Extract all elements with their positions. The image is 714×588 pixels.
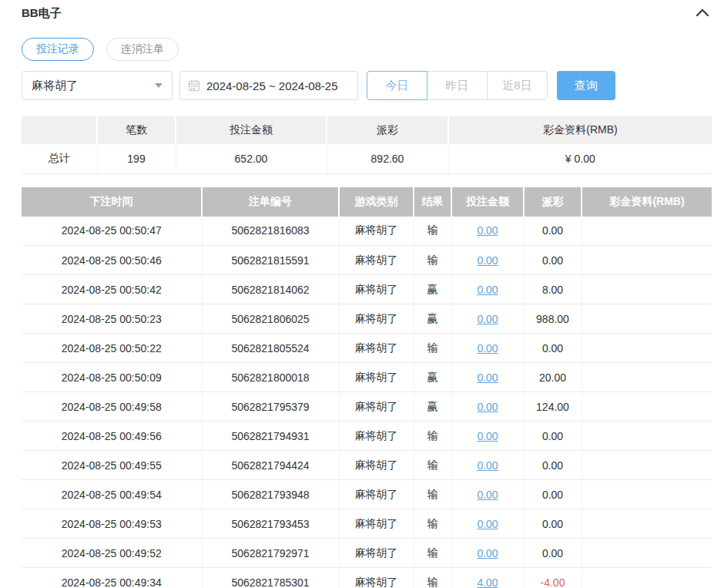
- quick-button-today[interactable]: 今日: [367, 71, 427, 100]
- summary-total-bet: 652.00: [176, 144, 327, 173]
- date-range-value: 2024-08-25 ~ 2024-08-25: [206, 79, 338, 92]
- cell-bet-time: 2024-08-25 00:49:58: [22, 392, 202, 422]
- cell-bonus: [582, 334, 712, 363]
- cell-order-number: 5062821793453: [202, 509, 339, 539]
- cell-result: 赢: [414, 363, 451, 392]
- cell-bonus: [582, 539, 712, 568]
- cell-bet-time: 2024-08-25 00:50:42: [22, 275, 202, 304]
- bet-amount-link[interactable]: 0.00: [477, 342, 498, 354]
- chevron-up-icon: [696, 8, 709, 19]
- date-range-input[interactable]: 2024-08-25 ~ 2024-08-25: [179, 71, 358, 100]
- cell-bet-time: 2024-08-25 00:49:55: [22, 451, 202, 480]
- cell-game-type: 麻将胡了: [339, 509, 414, 539]
- cell-result: 输: [414, 246, 451, 275]
- col-bet-amount: 投注金额: [451, 187, 524, 217]
- cell-order-number: 5062821800018: [202, 363, 339, 392]
- bet-amount-link[interactable]: 0.00: [477, 459, 498, 472]
- tab-bet-records[interactable]: 投注记录: [22, 38, 94, 61]
- cell-order-number: 5062821815591: [202, 246, 339, 275]
- cell-result: 输: [414, 539, 451, 568]
- cell-game-type: 麻将胡了: [339, 451, 414, 480]
- cell-bet-amount: 0.00: [451, 422, 524, 451]
- cell-bet-time: 2024-08-25 00:49:53: [22, 509, 202, 539]
- bet-amount-link[interactable]: 0.00: [477, 313, 498, 325]
- cell-payout: -4.00: [524, 568, 582, 588]
- table-row: 2024-08-25 00:50:47 5062821816083 麻将胡了 输…: [22, 217, 712, 246]
- table-row: 2024-08-25 00:49:52 5062821792971 麻将胡了 输…: [22, 539, 712, 568]
- col-bet-time: 下注时间: [22, 187, 202, 217]
- filter-bar: 麻将胡了 2024-08-25 ~ 2024-08-25 今日 昨日 近8日 查…: [22, 71, 712, 100]
- cell-bet-amount: 0.00: [451, 217, 524, 246]
- query-button[interactable]: 查询: [557, 71, 615, 100]
- cell-payout: 0.00: [524, 509, 582, 539]
- panel-header: BB电子: [22, 3, 712, 23]
- cell-order-number: 5062821816083: [202, 217, 339, 246]
- cell-result: 输: [414, 451, 451, 480]
- summary-col-blank: [22, 116, 97, 144]
- table-row: 2024-08-25 00:50:09 5062821800018 麻将胡了 赢…: [22, 363, 712, 392]
- cell-bonus: [582, 217, 712, 246]
- bet-amount-link[interactable]: 0.00: [477, 430, 498, 442]
- cell-bet-amount: 0.00: [451, 334, 524, 363]
- cell-payout: 0.00: [524, 217, 582, 246]
- bet-amount-link[interactable]: 0.00: [477, 224, 498, 237]
- table-row: 2024-08-25 00:50:22 5062821805524 麻将胡了 输…: [22, 334, 712, 363]
- bet-amount-link[interactable]: 0.00: [477, 254, 498, 267]
- summary-table: 笔数 投注金额 派彩 彩金资料(RMB) 总计 199 652.00 892.6…: [22, 116, 712, 174]
- bet-amount-link[interactable]: 0.00: [477, 371, 498, 384]
- summary-total-label: 总计: [22, 144, 97, 173]
- cell-payout: 124.00: [524, 392, 582, 422]
- game-type-select[interactable]: 麻将胡了: [22, 71, 173, 100]
- cell-game-type: 麻将胡了: [339, 568, 414, 588]
- cell-game-type: 麻将胡了: [339, 539, 414, 568]
- col-game-type: 游戏类别: [339, 187, 414, 217]
- summary-col-payout: 派彩: [327, 116, 448, 144]
- table-row: 2024-08-25 00:49:34 5062821785301 麻将胡了 输…: [22, 568, 712, 588]
- cell-order-number: 5062821794931: [202, 422, 339, 451]
- cell-result: 赢: [414, 304, 451, 334]
- cell-order-number: 5062821793948: [202, 480, 339, 509]
- cell-game-type: 麻将胡了: [339, 363, 414, 392]
- bet-table-body: 2024-08-25 00:50:47 5062821816083 麻将胡了 输…: [22, 217, 712, 588]
- page-title: BB电子: [22, 6, 62, 21]
- cell-game-type: 麻将胡了: [339, 304, 414, 334]
- cell-game-type: 麻将胡了: [339, 275, 414, 304]
- bet-amount-link[interactable]: 0.00: [477, 518, 498, 530]
- summary-header-row: 笔数 投注金额 派彩 彩金资料(RMB): [22, 116, 712, 144]
- quick-button-yesterday[interactable]: 昨日: [427, 71, 488, 100]
- cell-bet-time: 2024-08-25 00:50:47: [22, 217, 202, 246]
- cell-payout: 8.00: [524, 275, 582, 304]
- bet-amount-link[interactable]: 0.00: [477, 401, 498, 413]
- bet-amount-link[interactable]: 0.00: [477, 489, 498, 501]
- cell-bet-amount: 0.00: [451, 275, 524, 304]
- cell-bonus: [582, 392, 712, 422]
- collapse-button[interactable]: [693, 4, 712, 22]
- cell-result: 输: [414, 217, 451, 246]
- bet-amount-link[interactable]: 0.00: [477, 547, 498, 559]
- cell-bet-amount: 0.00: [451, 363, 524, 392]
- cell-payout: 20.00: [524, 363, 582, 392]
- summary-col-count: 笔数: [97, 116, 176, 144]
- summary-total-count: 199: [97, 144, 176, 173]
- cell-bet-time: 2024-08-25 00:50:09: [22, 363, 202, 392]
- cell-bonus: [582, 509, 712, 539]
- cell-order-number: 5062821795379: [202, 392, 339, 422]
- tab-cancelled-orders[interactable]: 连消注单: [106, 38, 179, 61]
- summary-total-row: 总计 199 652.00 892.60 ¥ 0.00: [22, 144, 712, 173]
- bet-amount-link[interactable]: 0.00: [477, 284, 498, 296]
- chevron-down-icon: [155, 83, 163, 88]
- cell-game-type: 麻将胡了: [339, 422, 414, 451]
- bet-table: 下注时间 注单编号 游戏类别 结果 投注金额 派彩 彩金资料(RMB) 2024…: [22, 187, 712, 588]
- game-type-value: 麻将胡了: [32, 79, 78, 93]
- cell-payout: 0.00: [524, 539, 582, 568]
- cell-result: 输: [414, 480, 451, 509]
- cell-order-number: 5062821805524: [202, 334, 339, 363]
- bet-amount-link[interactable]: 4.00: [477, 576, 498, 588]
- quick-button-last8days[interactable]: 近8日: [487, 71, 548, 100]
- summary-total-bonus: ¥ 0.00: [448, 144, 712, 173]
- cell-bonus: [582, 422, 712, 451]
- cell-order-number: 5062821792971: [202, 539, 339, 568]
- cell-bet-time: 2024-08-25 00:49:54: [22, 480, 202, 509]
- cell-order-number: 5062821806025: [202, 304, 339, 334]
- cell-result: 输: [414, 422, 451, 451]
